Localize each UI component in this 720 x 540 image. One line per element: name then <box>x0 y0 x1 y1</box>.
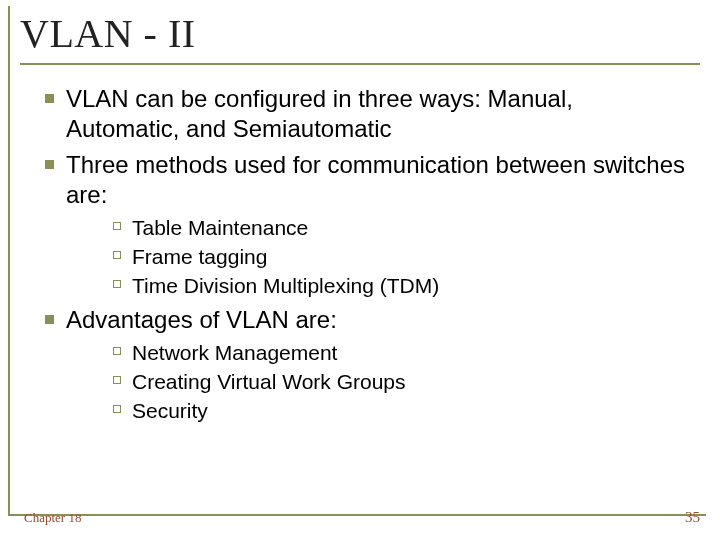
sub-bullet-text: Table Maintenance <box>132 214 308 241</box>
sub-bullet-text: Creating Virtual Work Groups <box>132 368 406 395</box>
bullet-text: Three methods used for communication bet… <box>66 150 690 210</box>
bullet-text: Advantages of VLAN are: <box>66 305 337 335</box>
slide: VLAN - II VLAN can be configured in thre… <box>0 0 720 540</box>
outline-square-bullet-icon <box>102 397 132 424</box>
outline-square-bullet-icon <box>102 214 132 241</box>
bullet-text: VLAN can be configured in three ways: Ma… <box>66 84 690 144</box>
bullet-item: Advantages of VLAN are: <box>32 305 690 335</box>
sub-list: Network Management Creating Virtual Work… <box>102 339 690 424</box>
slide-title: VLAN - II <box>20 10 700 57</box>
outline-square-bullet-icon <box>102 272 132 299</box>
outline-square-bullet-icon <box>102 368 132 395</box>
footer-chapter: Chapter 18 <box>24 510 81 526</box>
square-bullet-icon <box>32 305 66 335</box>
sub-bullet-item: Security <box>102 397 690 424</box>
title-area: VLAN - II <box>20 10 700 65</box>
sub-bullet-text: Frame tagging <box>132 243 267 270</box>
sub-bullet-item: Time Division Multiplexing (TDM) <box>102 272 690 299</box>
footer-page-number: 35 <box>685 509 700 526</box>
sub-bullet-item: Network Management <box>102 339 690 366</box>
outline-square-bullet-icon <box>102 243 132 270</box>
outline-square-bullet-icon <box>102 339 132 366</box>
sub-bullet-item: Creating Virtual Work Groups <box>102 368 690 395</box>
sub-bullet-item: Table Maintenance <box>102 214 690 241</box>
sub-bullet-text: Network Management <box>132 339 337 366</box>
sub-bullet-item: Frame tagging <box>102 243 690 270</box>
bullet-item: Three methods used for communication bet… <box>32 150 690 210</box>
bullet-item: VLAN can be configured in three ways: Ma… <box>32 84 690 144</box>
sub-bullet-text: Time Division Multiplexing (TDM) <box>132 272 439 299</box>
square-bullet-icon <box>32 150 66 210</box>
sub-list: Table Maintenance Frame tagging Time Div… <box>102 214 690 299</box>
sub-bullet-text: Security <box>132 397 208 424</box>
square-bullet-icon <box>32 84 66 144</box>
slide-body: VLAN can be configured in three ways: Ma… <box>32 78 690 500</box>
